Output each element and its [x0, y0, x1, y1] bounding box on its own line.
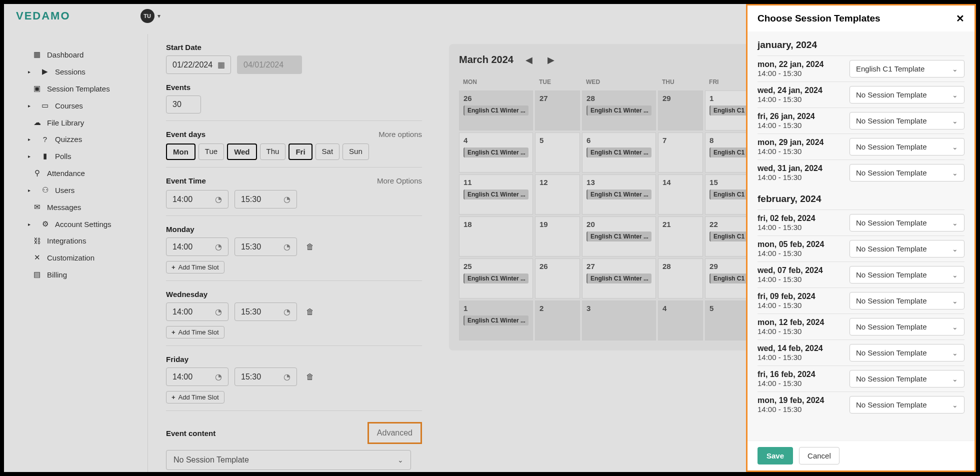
calendar-cell[interactable]: 29 — [658, 90, 703, 130]
calendar-event[interactable]: English C1 Winter ... — [464, 274, 528, 284]
calendar-event[interactable]: English C1 Winter ... — [586, 190, 652, 200]
calendar-event[interactable]: English C1 Winter ... — [464, 106, 528, 116]
calendar-cell[interactable]: 3 — [582, 300, 656, 340]
template-select[interactable]: No Session Template⌄ — [850, 318, 964, 336]
advanced-button[interactable]: Advanced — [368, 422, 422, 444]
calendar-cell[interactable]: 26English C1 Winter ... — [459, 90, 533, 130]
calendar-cell[interactable]: 4English C1 Winter ... — [459, 132, 533, 172]
calendar-cell[interactable]: 27English C1 Winter ... — [582, 258, 656, 298]
template-select[interactable]: No Session Template⌄ — [850, 164, 964, 182]
calendar-event[interactable]: English C1 Winter ... — [464, 190, 528, 200]
more-options-link[interactable]: More options — [378, 130, 422, 138]
calendar-cell[interactable]: 7 — [658, 132, 703, 172]
template-select[interactable]: No Session Template⌄ — [850, 138, 964, 156]
calendar-event[interactable]: English C1 Winter ... — [586, 232, 652, 242]
calendar-cell[interactable]: 11English C1 Winter ... — [459, 174, 533, 214]
time-from-input[interactable]: 14:00◔ — [166, 368, 228, 386]
nav-item-polls[interactable]: ▸▮Polls — [4, 148, 148, 164]
start-date-input[interactable]: 01/22/2024 ▦ — [166, 56, 231, 74]
avatar-caret-icon[interactable]: ▾ — [158, 12, 160, 20]
nav-item-sessions[interactable]: ▸▶Sessions — [4, 63, 148, 80]
day-toggle-mon[interactable]: Mon — [166, 144, 196, 160]
add-time-slot-button[interactable]: +Add Time Slot — [166, 391, 224, 404]
save-button[interactable]: Save — [758, 447, 793, 464]
calendar-event[interactable]: English C1 Winter ... — [586, 274, 652, 284]
calendar-cell[interactable]: 27 — [535, 90, 580, 130]
time-from-input[interactable]: 14:00◔ — [166, 190, 228, 208]
day-toggle-fri[interactable]: Fri — [288, 144, 312, 160]
calendar-cell[interactable]: 28 — [658, 258, 703, 298]
delete-slot-button[interactable]: 🗑 — [306, 308, 314, 316]
calendar-cell[interactable]: 6English C1 Winter ... — [582, 132, 656, 172]
add-time-slot-button[interactable]: +Add Time Slot — [166, 261, 224, 274]
calendar-cell[interactable]: 1English C1 Winter ... — [459, 300, 533, 340]
calendar-cell[interactable]: 12 — [535, 174, 580, 214]
calendar-cell[interactable]: 19 — [535, 216, 580, 256]
calendar-cell[interactable]: 14 — [658, 174, 703, 214]
template-row-left: wed, 24 jan, 202414:00 - 15:30 — [758, 86, 822, 104]
calendar-cell[interactable]: 2 — [535, 300, 580, 340]
calendar-next-button[interactable]: ▶ — [544, 54, 558, 66]
calendar-event[interactable]: English C1 Winter ... — [586, 106, 652, 116]
nav-item-attendance[interactable]: ⚲Attendance — [4, 164, 148, 182]
nav-item-customization[interactable]: ✕Customization — [4, 249, 148, 266]
template-select[interactable]: No Session Template⌄ — [850, 266, 964, 284]
calendar-event[interactable]: English C1 Winter ... — [464, 148, 528, 158]
avatar[interactable]: TU — [140, 9, 154, 23]
template-select[interactable]: No Session Template⌄ — [850, 86, 964, 104]
time-to-input[interactable]: 15:30◔ — [234, 368, 297, 386]
nav-item-integrations[interactable]: ⛓Integrations — [4, 232, 148, 249]
calendar-cell[interactable]: 25English C1 Winter ... — [459, 258, 533, 298]
calendar-prev-button[interactable]: ◀ — [522, 54, 536, 66]
nav-item-messages[interactable]: ✉Messages — [4, 198, 148, 216]
delete-slot-button[interactable]: 🗑 — [306, 372, 314, 382]
nav-item-account-settings[interactable]: ▸⚙Account Settings — [4, 216, 148, 232]
more-options-link-2[interactable]: More Options — [377, 176, 422, 185]
nav-item-dashboard[interactable]: ▦Dashboard — [4, 46, 148, 63]
template-select[interactable]: No Session Template⌄ — [850, 214, 964, 232]
calendar-cell[interactable]: 21 — [658, 216, 703, 256]
template-select[interactable]: No Session Template⌄ — [850, 112, 964, 130]
calendar-cell[interactable]: 18 — [459, 216, 533, 256]
time-from-input[interactable]: 14:00◔ — [166, 302, 228, 321]
template-select[interactable]: No Session Template⌄ — [850, 240, 964, 258]
calendar-cell[interactable]: 5 — [535, 132, 580, 172]
add-time-slot-button[interactable]: +Add Time Slot — [166, 326, 224, 338]
day-toggle-wed[interactable]: Wed — [227, 144, 256, 160]
day-toggle-sun[interactable]: Sun — [342, 144, 369, 160]
calendar-cell[interactable]: 28English C1 Winter ... — [582, 90, 656, 130]
time-from-input[interactable]: 14:00◔ — [166, 238, 228, 256]
calendar-event[interactable]: English C1 Winter ... — [464, 316, 528, 326]
time-to-input[interactable]: 15:30◔ — [234, 302, 297, 321]
time-to-input[interactable]: 15:30◔ — [234, 238, 297, 256]
day-toggle-sat[interactable]: Sat — [316, 144, 340, 160]
template-select[interactable]: No Session Template⌄ — [166, 450, 411, 470]
close-icon[interactable]: ✕ — [956, 12, 964, 24]
events-count-input[interactable]: 30 — [166, 96, 201, 114]
template-select[interactable]: No Session Template⌄ — [850, 344, 964, 362]
calendar-event[interactable]: English C1 Winter ... — [586, 148, 652, 158]
template-select[interactable]: No Session Template⌄ — [850, 370, 964, 388]
nav-item-quizzes[interactable]: ▸?Quizzes — [4, 131, 148, 148]
template-select[interactable]: English C1 Template⌄ — [850, 60, 964, 78]
calendar-cell[interactable]: 26 — [535, 258, 580, 298]
calendar-cell[interactable]: 13English C1 Winter ... — [582, 174, 656, 214]
template-date: fri, 02 feb, 2024 — [758, 214, 816, 223]
nav-item-session-templates[interactable]: ▣Session Templates — [4, 80, 148, 97]
delete-slot-button[interactable]: 🗑 — [306, 242, 314, 252]
template-select[interactable]: No Session Template⌄ — [850, 292, 964, 310]
nav-item-users[interactable]: ▸⚇Users — [4, 182, 148, 198]
calendar-cell[interactable]: 4 — [658, 300, 703, 340]
day-toggle-tue[interactable]: Tue — [198, 144, 224, 160]
cancel-button[interactable]: Cancel — [799, 447, 840, 464]
template-select[interactable]: No Session Template⌄ — [850, 396, 964, 414]
nav-item-billing[interactable]: ▤Billing — [4, 266, 148, 283]
nav-item-file-library[interactable]: ☁File Library — [4, 114, 148, 131]
day-toggle-thu[interactable]: Thu — [260, 144, 286, 160]
calendar-cell[interactable]: 20English C1 Winter ... — [582, 216, 656, 256]
template-row: wed, 31 jan, 202414:00 - 15:30No Session… — [758, 160, 964, 186]
template-row: fri, 16 feb, 202414:00 - 15:30No Session… — [758, 366, 964, 392]
nav-item-courses[interactable]: ▸▭Courses — [4, 97, 148, 114]
calendar-icon: ▦ — [218, 60, 225, 70]
time-to-input[interactable]: 15:30◔ — [234, 190, 297, 208]
